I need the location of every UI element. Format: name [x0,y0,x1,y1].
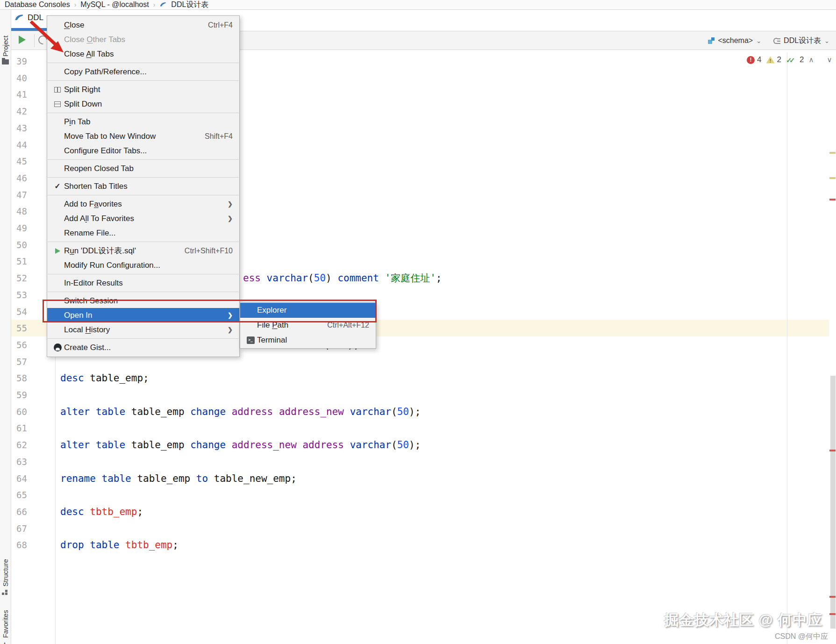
menu-item-copy-path-reference[interactable]: Copy Path/Reference... [47,64,239,79]
line-number: 64 [11,473,27,484]
open-in-submenu: ExplorerFile PathCtrl+Alt+F12>_Terminal [240,302,376,349]
chevron-down-icon: ⌄ [824,37,829,44]
menu-item-local-history[interactable]: Local History❯ [47,322,239,337]
menu-item-label: Add All To Favorites [64,214,226,223]
scrollbar-thumb[interactable] [830,376,836,629]
menu-item-add-to-favorites[interactable]: Add to Favorites❯ [47,197,239,211]
line-number: 46 [11,173,27,183]
menu-item-icon-slot [51,87,64,93]
tool-window-favorites[interactable]: Favorites [2,610,9,638]
line-number: 41 [11,89,27,100]
menu-item-label: Switch Session [64,296,233,306]
menu-item-split-down[interactable]: Split Down [47,97,239,111]
line-number: 57 [11,357,27,367]
breadcrumb-item-database-consoles[interactable]: Database Consoles [5,0,70,9]
stripe-mark[interactable] [829,450,836,451]
toolbar-divider [34,34,35,47]
menu-item-label: Shorten Tab Titles [64,182,233,191]
line-number: 56 [11,340,27,350]
menu-separator [48,195,239,195]
line-number: 52 [11,273,27,283]
schema-selector[interactable]: <schema> ⌄ [708,36,761,45]
menu-item-reopen-closed-tab[interactable]: Reopen Closed Tab [47,161,239,176]
menu-separator [48,63,239,63]
menu-separator [48,159,239,160]
menu-item-label: Move Tab to New Window [64,132,192,141]
line-number: 62 [11,440,27,450]
menu-item-configure-editor-tabs[interactable]: Configure Editor Tabs... [47,143,239,158]
context-menu: CloseCtrl+F4Close Other TabsClose All Ta… [47,15,240,357]
menu-item-label: Split Right [64,85,233,94]
line-number: 43 [11,123,27,133]
favorites-star-icon[interactable]: ★ [0,640,9,644]
menu-item-split-right[interactable]: Split Right [47,82,239,97]
run-button[interactable] [19,36,26,44]
menu-item-move-tab-to-new-window[interactable]: Move Tab to New WindowShift+F4 [47,129,239,143]
breadcrumb: Database Consoles › MySQL - @localhost ›… [0,0,836,10]
menu-item-label: Terminal [257,336,369,345]
line-number: 68 [11,540,27,550]
console-selector-label: DDL设计表 [784,36,821,46]
submenu-arrow-icon: ❯ [226,200,233,208]
right-margin-guide [787,52,787,644]
line-number: 58 [11,373,27,383]
menu-item-label: Copy Path/Reference... [64,67,233,77]
breadcrumb-item-mysql-localhost[interactable]: MySQL - @localhost [80,0,149,9]
menu-item-label: File Path [257,321,314,330]
menu-item-close-all-tabs[interactable]: Close All Tabs [47,47,239,61]
tool-window-structure[interactable]: Structure [2,559,9,587]
passed-check-icon: ✓✓ [786,56,797,64]
stripe-mark[interactable] [829,613,836,615]
breadcrumb-item-file[interactable]: DDL设计表 [171,0,208,10]
menu-item-switch-session[interactable]: Switch Session [47,293,239,308]
menu-item-open-in[interactable]: Open In❯ [47,308,239,322]
menu-item-run-file[interactable]: Run 'DDL设计表.sql'Ctrl+Shift+F10 [47,243,239,258]
menu-item-create-gist[interactable]: Create Gist... [47,340,239,355]
menu-separator [48,177,239,178]
previous-problem-icon[interactable]: ∧ [808,56,814,64]
stripe-mark[interactable] [829,177,836,179]
menu-item-label: Create Gist... [64,343,233,352]
project-folder-icon[interactable] [2,59,9,64]
tool-window-project[interactable]: Project [2,36,9,57]
console-icon [773,37,780,44]
github-icon [54,343,62,351]
watermark-csdn: CSDN @何中应 [775,632,828,642]
line-number: 54 [11,307,27,317]
stripe-mark[interactable] [829,152,836,154]
menu-item-icon-slot: ✓ [51,182,64,191]
menu-item-shorten-tab-titles[interactable]: ✓Shorten Tab Titles [47,179,239,193]
menu-item-label: Open In [64,311,226,320]
structure-icon[interactable] [2,590,8,595]
submenu-arrow-icon: ❯ [226,215,233,222]
stripe-mark[interactable] [829,199,836,200]
menu-item-add-all-to-favorites[interactable]: Add All To Favorites❯ [47,211,239,226]
menu-item-label: Split Down [64,100,233,109]
menu-item-in-editor-results[interactable]: In-Editor Results [47,276,239,290]
menu-item-close[interactable]: CloseCtrl+F4 [47,18,239,32]
menu-item-pin-tab[interactable]: Pin Tab [47,114,239,129]
code-line-62: alter table table_emp change address_new… [60,440,421,450]
stripe-mark[interactable] [829,596,836,598]
check-icon: ✓ [54,182,60,191]
menu-item-rename-file[interactable]: Rename File... [47,226,239,240]
menu-item-modify-run-configuration[interactable]: Modify Run Configuration... [47,258,239,272]
tab-title: DDL [28,13,43,22]
submenu-arrow-icon: ❯ [226,326,233,333]
menu-item-label: Rename File... [64,229,233,238]
menu-item-icon-slot [51,101,64,107]
menu-item-label: Close All Tabs [64,50,233,59]
schema-selector-label: <schema> [718,36,753,45]
menu-item-icon-slot [51,343,64,351]
menu-item-file-path[interactable]: File PathCtrl+Alt+F12 [240,318,376,333]
tab-ddl-file[interactable]: DDL [14,13,43,23]
menu-item-terminal[interactable]: >_Terminal [240,333,376,348]
menu-item-icon-slot [51,248,64,254]
code-line-66: desc tbtb_emp; [60,507,143,517]
line-number: 66 [11,507,27,517]
inspections-widget[interactable]: !4 !2 ✓✓2 ∧ ∨ [747,55,832,64]
console-selector[interactable]: DDL设计表 ⌄ [773,36,829,46]
split-right-icon [54,87,61,93]
menu-item-explorer[interactable]: Explorer [240,303,376,318]
next-problem-icon[interactable]: ∨ [827,56,832,64]
